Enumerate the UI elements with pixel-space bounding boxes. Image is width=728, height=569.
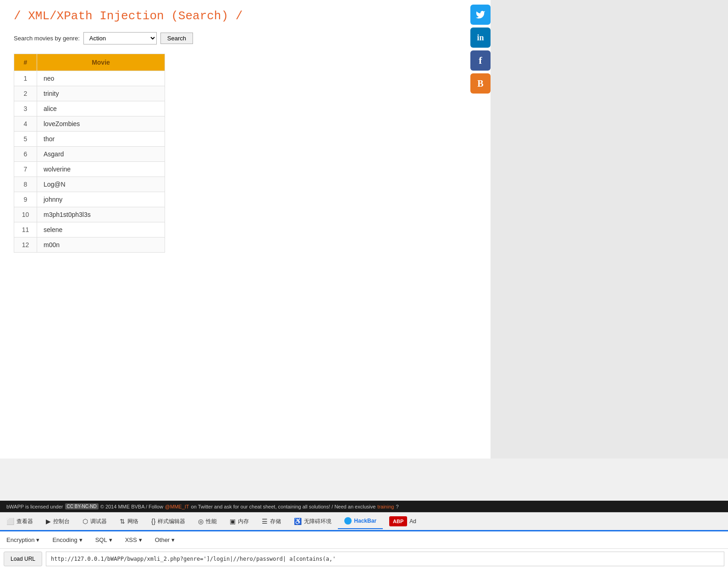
- hackbar-encoding[interactable]: Encoding ▾: [46, 534, 88, 546]
- search-bar: Search movies by genre: ActionDramaComed…: [14, 32, 449, 44]
- row-num: 10: [14, 207, 37, 222]
- xss-label: XSS: [125, 536, 137, 543]
- devtools-accessibility[interactable]: ♿ 无障碍环境: [287, 514, 338, 529]
- bottom-bar: bWAPP is licensed under CC BY-NC-ND © 20…: [0, 501, 728, 569]
- table-header-row: # Movie: [14, 54, 165, 71]
- hackbar-url-bar: Load URL: [0, 548, 728, 569]
- row-num: 6: [14, 147, 37, 162]
- console-icon: ▶: [46, 518, 51, 525]
- accessibility-label: 无障碍环境: [304, 518, 331, 525]
- search-button[interactable]: Search: [160, 33, 193, 44]
- hackbar-other[interactable]: Other ▾: [149, 534, 182, 546]
- blogger-icon[interactable]: B: [470, 73, 491, 94]
- table-row: 12m00n: [14, 238, 165, 253]
- hackbar-xss[interactable]: XSS ▾: [119, 534, 149, 546]
- row-num: 2: [14, 86, 37, 101]
- storage-label: 存储: [270, 518, 281, 525]
- load-url-button[interactable]: Load URL: [4, 552, 42, 566]
- facebook-icon[interactable]: f: [470, 50, 491, 71]
- sql-label: SQL: [95, 536, 107, 543]
- table-row: 3alice: [14, 101, 165, 116]
- table-row: 9johnny: [14, 192, 165, 207]
- results-table: # Movie 1neo2trinity3alice4loveZombies5t…: [14, 54, 165, 253]
- row-movie: thor: [37, 132, 165, 147]
- hackbar-menu: Encryption ▾ Encoding ▾ SQL ▾ XSS ▾ Othe…: [0, 531, 181, 548]
- row-num: 12: [14, 238, 37, 253]
- devtools-memory[interactable]: ▣ 内存: [223, 514, 255, 529]
- hackbar-section: Encryption ▾ Encoding ▾ SQL ▾ XSS ▾ Othe…: [0, 530, 728, 548]
- hackbar-encryption[interactable]: Encryption ▾: [0, 534, 46, 546]
- page-title: / XML/XPath Injection (Search) /: [14, 9, 449, 23]
- table-row: 8Log@N: [14, 177, 165, 192]
- col-num: #: [14, 54, 37, 71]
- row-movie: johnny: [37, 192, 165, 207]
- row-movie: m3ph1st0ph3l3s: [37, 207, 165, 222]
- twitter-icon[interactable]: [470, 5, 491, 25]
- license-text1: bWAPP is licensed under: [6, 504, 63, 509]
- debugger-label: 调试器: [90, 518, 107, 525]
- twitter-link[interactable]: @MME_IT: [165, 504, 189, 509]
- devtools-viewer[interactable]: ⬜ 查看器: [0, 514, 39, 529]
- perf-label: 性能: [206, 518, 217, 525]
- devtools-performance[interactable]: ◎ 性能: [192, 514, 223, 529]
- devtools-hackbar[interactable]: HackBar: [338, 514, 383, 529]
- debugger-icon: ⬡: [83, 518, 88, 525]
- row-movie: wolverine: [37, 162, 165, 177]
- hackbar-sql[interactable]: SQL ▾: [89, 534, 119, 546]
- viewer-label: 查看器: [17, 518, 33, 525]
- devtools-network[interactable]: ⇅ 网络: [113, 514, 145, 529]
- encryption-arrow-icon: ▾: [36, 536, 39, 543]
- row-num: 3: [14, 101, 37, 116]
- table-row: 4loveZombies: [14, 116, 165, 132]
- style-icon: {}: [151, 518, 155, 525]
- row-num: 7: [14, 162, 37, 177]
- accessibility-icon: ♿: [294, 518, 302, 525]
- devtools-abp[interactable]: ABP Ad: [383, 513, 423, 530]
- training-link[interactable]: training: [377, 504, 394, 509]
- xss-arrow-icon: ▾: [139, 536, 142, 543]
- row-num: 8: [14, 177, 37, 192]
- row-num: 9: [14, 192, 37, 207]
- encoding-label: Encoding: [52, 536, 77, 543]
- table-row: 11selene: [14, 222, 165, 238]
- social-icons: in f B: [470, 5, 491, 94]
- devtools-debugger[interactable]: ⬡ 调试器: [76, 514, 113, 529]
- memory-icon: ▣: [230, 518, 236, 525]
- abp-label: Ad: [409, 518, 416, 525]
- console-label: 控制台: [53, 518, 70, 525]
- row-movie: alice: [37, 101, 165, 116]
- linkedin-icon[interactable]: in: [470, 28, 491, 48]
- search-label: Search movies by genre:: [14, 35, 80, 42]
- table-row: 1neo: [14, 71, 165, 86]
- style-label: 样式编辑器: [158, 518, 185, 525]
- table-row: 5thor: [14, 132, 165, 147]
- devtools-console[interactable]: ▶ 控制台: [39, 514, 76, 529]
- perf-icon: ◎: [198, 518, 204, 525]
- row-movie: Log@N: [37, 177, 165, 192]
- row-movie: trinity: [37, 86, 165, 101]
- network-icon: ⇅: [120, 518, 125, 525]
- network-label: 网络: [127, 518, 138, 525]
- encryption-label: Encryption: [6, 536, 34, 543]
- devtools-bar: ⬜ 查看器 ▶ 控制台 ⬡ 调试器 ⇅ 网络 {} 样式编辑器 ◎ 性能 ▣ 内…: [0, 512, 728, 530]
- other-arrow-icon: ▾: [171, 536, 175, 543]
- viewer-icon: ⬜: [6, 518, 14, 525]
- row-movie: neo: [37, 71, 165, 86]
- row-num: 11: [14, 222, 37, 238]
- genre-select[interactable]: ActionDramaComedySci-Fi: [83, 32, 157, 44]
- encoding-arrow-icon: ▾: [79, 536, 83, 543]
- hackbar-dot-icon: [344, 517, 352, 525]
- abp-icon: ABP: [389, 516, 407, 526]
- col-movie: Movie: [37, 54, 165, 71]
- row-movie: m00n: [37, 238, 165, 253]
- devtools-style-editor[interactable]: {} 样式编辑器: [145, 514, 192, 529]
- cc-badge: CC BY-NC-ND: [65, 503, 99, 509]
- license-text2: © 2014 MME BVBA / Follow: [100, 504, 163, 509]
- row-movie: loveZombies: [37, 116, 165, 132]
- devtools-storage[interactable]: ☰ 存储: [255, 514, 287, 529]
- table-row: 10m3ph1st0ph3l3s: [14, 207, 165, 222]
- hackbar-url-input[interactable]: [46, 552, 724, 566]
- hackbar-label: HackBar: [354, 518, 376, 524]
- row-movie: Asgard: [37, 147, 165, 162]
- table-row: 6Asgard: [14, 147, 165, 162]
